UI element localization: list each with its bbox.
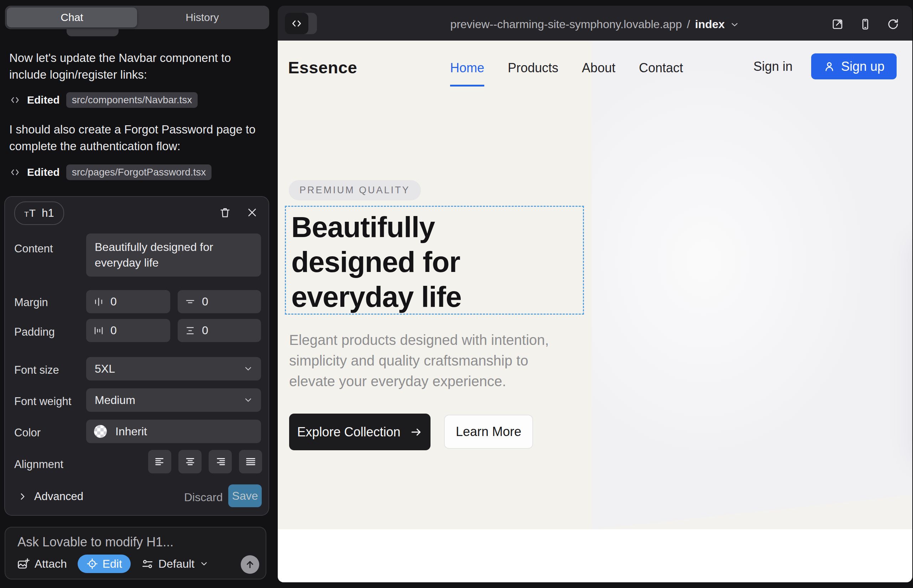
delete-element-button[interactable]	[217, 205, 233, 220]
trash-icon	[219, 207, 231, 218]
code-icon	[9, 166, 21, 178]
site-viewport: Essence Home Products About Contact Sign…	[278, 40, 912, 582]
open-external-icon[interactable]	[831, 18, 844, 31]
attach-button[interactable]: Attach	[17, 557, 67, 570]
align-right-button[interactable]	[209, 450, 232, 473]
chat-message: I should also create a Forgot Password p…	[9, 121, 267, 155]
user-icon	[823, 60, 835, 73]
nav-link-contact[interactable]: Contact	[639, 60, 683, 87]
chevron-down-icon	[199, 559, 209, 569]
selected-element-pill: TT h1	[14, 202, 64, 225]
font-size-select[interactable]: 5XL	[86, 357, 261, 381]
send-button[interactable]	[241, 555, 259, 574]
site-logo[interactable]: Essence	[288, 58, 357, 77]
advanced-toggle[interactable]: Advanced	[18, 490, 83, 503]
nav-link-home[interactable]: Home	[450, 60, 484, 87]
sign-up-button[interactable]: Sign up	[811, 53, 897, 79]
explore-collection-button[interactable]: Explore Collection	[289, 414, 431, 450]
auth-actions: Sign in Sign up	[753, 53, 897, 79]
edited-file-row: Edited src/pages/ForgotPassword.tsx	[9, 164, 212, 181]
tab-history[interactable]: History	[137, 8, 267, 27]
hero-heading: Beautifully designed for everyday life	[291, 210, 461, 314]
edited-file-row: Edited src/components/Navbar.tsx	[9, 92, 197, 108]
align-center-button[interactable]	[178, 450, 202, 473]
font-weight-label: Font weight	[14, 395, 71, 408]
preview-browser-frame: preview--charming-site-symphony.lovable.…	[278, 6, 912, 582]
alignment-buttons	[148, 450, 262, 473]
attach-image-icon	[17, 557, 29, 570]
vertical-padding-icon	[185, 325, 196, 336]
margin-label: Margin	[14, 296, 48, 309]
chevron-down-icon	[243, 364, 253, 374]
learn-more-button[interactable]: Learn More	[444, 415, 533, 449]
edited-label: Edited	[27, 94, 60, 106]
content-input[interactable]: Beautifully designed for everyday life	[86, 234, 261, 276]
h1-selection-outline[interactable]: Beautifully designed for everyday life	[285, 206, 584, 315]
text-size-icon: TT	[24, 207, 36, 219]
color-select[interactable]: Inherit	[86, 420, 261, 443]
element-inspector-panel: TT h1 Content Beautifully designed for e…	[4, 196, 269, 516]
font-weight-select[interactable]: Medium	[86, 388, 261, 412]
chrome-actions	[831, 18, 900, 31]
builder-sidebar: Chat History Now let's update the Navbar…	[0, 0, 277, 588]
site-nav-links: Home Products About Contact	[450, 60, 683, 87]
hero-art-background	[592, 40, 912, 529]
align-left-icon	[154, 456, 166, 468]
code-icon	[9, 94, 21, 106]
prompt-toolbar: Attach Edit Default	[17, 554, 209, 573]
align-center-icon	[184, 456, 196, 468]
chevron-down-icon	[730, 19, 740, 29]
padding-x-input[interactable]: 0	[86, 319, 170, 342]
close-inspector-button[interactable]	[244, 205, 260, 220]
hero-paragraph: Elegant products designed with intention…	[289, 330, 574, 391]
nav-link-about[interactable]: About	[582, 60, 615, 87]
tab-chat[interactable]: Chat	[7, 8, 137, 27]
padding-label: Padding	[14, 326, 55, 339]
edit-mode-button[interactable]: Edit	[78, 554, 131, 573]
refresh-icon[interactable]	[887, 18, 900, 31]
premium-quality-badge: PREMIUM QUALITY	[289, 180, 421, 200]
vertical-margin-icon	[185, 297, 196, 307]
close-icon	[246, 207, 258, 218]
site-navbar: Essence Home Products About Contact Sign…	[278, 40, 912, 97]
mobile-preview-icon[interactable]	[859, 18, 872, 31]
edited-file-chip[interactable]: src/components/Navbar.tsx	[66, 92, 198, 108]
content-label: Content	[14, 242, 53, 255]
chevron-down-icon	[243, 395, 253, 405]
discard-button[interactable]: Discard	[184, 491, 223, 504]
font-size-label: Font size	[14, 364, 59, 376]
chat-message: Now let's update the Navbar component to…	[9, 50, 267, 83]
align-justify-icon	[244, 456, 257, 468]
margin-x-input[interactable]: 0	[86, 290, 170, 313]
horizontal-padding-icon	[93, 325, 104, 336]
url-host: preview--charming-site-symphony.lovable.…	[450, 18, 682, 31]
nav-link-products[interactable]: Products	[508, 60, 558, 87]
align-left-button[interactable]	[148, 450, 171, 473]
edited-label: Edited	[27, 166, 60, 178]
sign-in-link[interactable]: Sign in	[753, 59, 793, 74]
sliders-icon	[141, 558, 154, 570]
chevron-right-icon	[18, 492, 27, 501]
decorative-wedge	[592, 492, 912, 529]
prompt-box: Attach Edit Default	[5, 527, 266, 580]
padding-y-input[interactable]: 0	[178, 319, 261, 342]
prompt-input[interactable]	[17, 534, 253, 555]
url-page: index	[695, 18, 725, 31]
align-justify-button[interactable]	[239, 450, 262, 473]
transparent-color-swatch	[94, 425, 107, 438]
save-button[interactable]: Save	[228, 485, 262, 507]
arrow-right-icon	[410, 426, 423, 438]
edited-file-chip[interactable]: src/pages/ForgotPassword.tsx	[66, 165, 212, 180]
hero-section: Essence Home Products About Contact Sign…	[278, 40, 912, 529]
horizontal-margin-icon	[93, 297, 104, 307]
lovable-app-window: Chat History Now let's update the Navbar…	[0, 0, 913, 588]
align-right-icon	[214, 456, 227, 468]
alignment-label: Alignment	[14, 458, 63, 471]
url-bar[interactable]: preview--charming-site-symphony.lovable.…	[278, 18, 912, 31]
chat-history-tabbar: Chat History	[5, 6, 269, 29]
margin-y-input[interactable]: 0	[178, 290, 261, 313]
arrow-up-icon	[244, 559, 255, 570]
model-default-select[interactable]: Default	[141, 557, 209, 570]
target-icon	[86, 558, 98, 570]
selected-element-tag: h1	[42, 207, 54, 220]
